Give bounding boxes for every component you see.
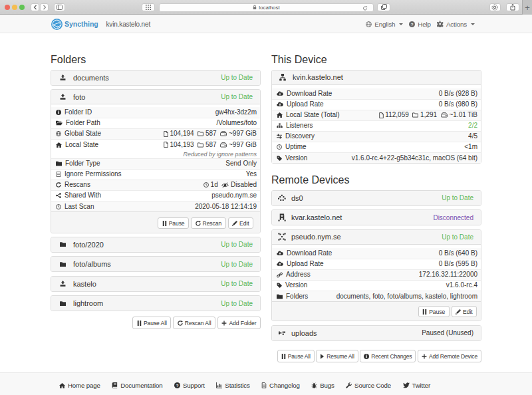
svg-text:?: ?	[411, 21, 414, 26]
svg-text:?: ?	[176, 383, 179, 388]
